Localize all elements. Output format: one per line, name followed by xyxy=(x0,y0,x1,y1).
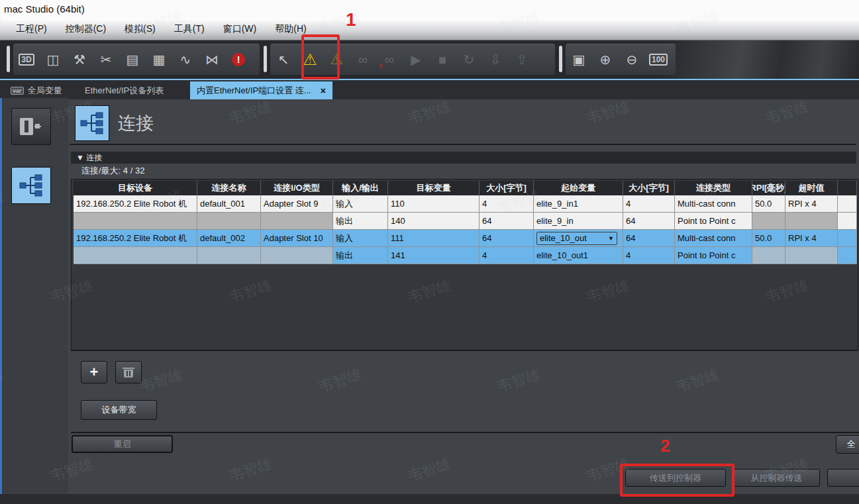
col-header-connection-name[interactable]: 连接名称 xyxy=(197,181,261,195)
table-cell[interactable]: default_001 xyxy=(197,195,261,213)
table-cell[interactable]: elite_10_out1 xyxy=(534,247,623,264)
table-cell[interactable] xyxy=(197,213,261,230)
col-header-rpi-ms[interactable]: RPI[毫秒] xyxy=(752,181,785,195)
table-cell[interactable]: 输出 xyxy=(333,213,388,230)
zoom-in-icon[interactable]: ⊕ xyxy=(592,48,619,71)
tab-global-variables[interactable]: var 全局变量 xyxy=(4,81,69,99)
table-cell[interactable]: 4 xyxy=(480,247,534,264)
table-cell[interactable]: elite_9_in xyxy=(534,213,623,230)
search-binoculars-icon[interactable]: ⋈ xyxy=(199,48,225,71)
table-cell[interactable]: 192.168.250.2 Elite Robot 机 xyxy=(74,195,197,213)
table-cell[interactable]: 64 xyxy=(480,213,534,230)
table-cell[interactable]: 输入 xyxy=(333,195,388,213)
table-cell[interactable]: RPI x 4 xyxy=(785,195,838,213)
col-header-input-output[interactable]: 输入/输出 xyxy=(333,181,388,195)
col-header-extra[interactable] xyxy=(838,181,857,195)
table-cell[interactable] xyxy=(785,213,838,230)
table-cell[interactable]: 4 xyxy=(623,195,675,213)
table-cell[interactable]: 64 xyxy=(623,213,675,230)
table-cell[interactable]: Multi-cast conn xyxy=(675,230,752,247)
build-hammer-icon[interactable]: ⚒ xyxy=(66,48,93,71)
table-cell[interactable] xyxy=(838,195,857,213)
table-cell[interactable] xyxy=(74,247,197,264)
fit-to-window-icon[interactable]: ▣ xyxy=(566,48,592,71)
table-cell[interactable] xyxy=(752,247,785,264)
table-cell[interactable]: Adapter Slot 10 xyxy=(261,230,333,247)
error-list-icon[interactable]: ! xyxy=(225,48,252,71)
connection-section-header[interactable]: ▼ 连接 xyxy=(71,152,856,164)
col-header-timeout[interactable]: 超时值 xyxy=(785,181,838,195)
table-monitor-icon[interactable]: ▦ xyxy=(146,48,172,71)
tab-close-icon[interactable]: × xyxy=(321,85,326,96)
pointer-tool-icon[interactable]: ↖ xyxy=(270,48,297,71)
add-connection-button[interactable]: + xyxy=(81,361,107,383)
menu-tools[interactable]: 工具(T) xyxy=(166,21,213,37)
table-cell[interactable] xyxy=(197,247,261,264)
table-cell[interactable] xyxy=(261,213,333,230)
table-cell[interactable]: default_002 xyxy=(197,230,261,247)
monitor-glasses-icon[interactable]: ∞ xyxy=(350,48,376,71)
window-layout-icon[interactable]: ◫ xyxy=(40,48,66,71)
watch-window-icon[interactable]: ▤ xyxy=(119,48,146,71)
table-cell[interactable]: 50.0 xyxy=(752,195,785,213)
table-cell[interactable]: 110 xyxy=(388,195,480,213)
sidebar-connection-button[interactable] xyxy=(11,167,51,204)
col-header-io-type[interactable]: 连接I/O类型 xyxy=(261,181,333,195)
table-cell[interactable]: 输入 xyxy=(333,230,388,247)
table-cell[interactable] xyxy=(74,213,197,230)
download-to-controller-icon[interactable]: ⇩ xyxy=(482,48,509,71)
table-cell[interactable]: 64 xyxy=(480,230,534,247)
stop-monitor-icon[interactable]: ∞✕ xyxy=(376,48,403,71)
delete-connection-button[interactable] xyxy=(115,361,142,383)
menu-window[interactable]: 窗口(W) xyxy=(215,21,265,37)
restart-button[interactable]: 重启 xyxy=(72,435,173,453)
run-mode-icon[interactable]: ▶ xyxy=(403,48,429,71)
sidebar-device-port-button[interactable] xyxy=(11,108,51,145)
table-cell[interactable]: Adapter Slot 9 xyxy=(261,195,333,213)
col-header-connection-type[interactable]: 连接类型 xyxy=(675,181,752,195)
table-cell[interactable] xyxy=(752,213,785,230)
tab-builtin-ethernet-ip-port-settings[interactable]: 内置EtherNet/IP端口设置 连... × xyxy=(190,81,332,99)
menu-project[interactable]: 工程(P) xyxy=(8,21,55,37)
zoom-out-icon[interactable]: ⊖ xyxy=(619,48,645,71)
pulse-monitor-icon[interactable]: ∿ xyxy=(172,48,199,71)
table-cell[interactable]: elite_9_in1 xyxy=(534,195,623,213)
table-cell[interactable] xyxy=(838,230,857,247)
menu-simulation[interactable]: 模拟(S) xyxy=(117,21,164,37)
table-cell[interactable]: Point to Point c xyxy=(675,213,752,230)
col-header-size-bytes-2[interactable]: 大小[字节] xyxy=(623,181,675,195)
table-cell[interactable]: 140 xyxy=(388,213,480,230)
3d-view-icon[interactable]: 3D xyxy=(13,48,40,71)
table-cell[interactable] xyxy=(785,247,838,264)
stop-mode-icon[interactable]: ■ xyxy=(429,48,456,71)
zoom-100-icon[interactable]: 100 xyxy=(645,48,672,71)
col-header-origin-variable[interactable]: 起始变量 xyxy=(534,181,623,195)
device-bandwidth-button[interactable]: 设备带宽 xyxy=(81,400,157,420)
table-cell[interactable]: 111 xyxy=(388,230,480,247)
table-cell[interactable]: 4 xyxy=(480,195,534,213)
all-button-partial[interactable]: 全 xyxy=(836,435,859,454)
table-cell[interactable]: RPI x 4 xyxy=(785,230,838,247)
table-cell[interactable] xyxy=(261,247,333,264)
table-cell[interactable]: 141 xyxy=(388,247,480,264)
table-cell[interactable]: Multi-cast conn xyxy=(675,195,752,213)
table-cell[interactable]: Point to Point c xyxy=(675,247,752,264)
upload-from-controller-icon[interactable]: ⇧ xyxy=(509,48,535,71)
clipped-button[interactable] xyxy=(827,469,859,487)
table-cell[interactable]: 192.168.250.2 Elite Robot 机 xyxy=(74,230,197,247)
table-cell[interactable]: 50.0 xyxy=(752,230,785,247)
col-header-target-variable[interactable]: 目标变量 xyxy=(388,181,480,195)
col-header-target-device[interactable]: 目标设备 xyxy=(74,181,197,195)
table-cell[interactable] xyxy=(838,213,857,230)
table-cell[interactable] xyxy=(838,247,857,264)
menu-controller[interactable]: 控制器(C) xyxy=(58,21,114,37)
table-cell[interactable]: 4 xyxy=(623,247,675,264)
origin-variable-dropdown[interactable]: elite_10_out ▼ xyxy=(536,232,617,245)
rebuild-scissors-icon[interactable]: ✂ xyxy=(93,48,119,71)
transfer-from-controller-button[interactable]: 从控制器传送 xyxy=(733,469,820,487)
table-cell[interactable]: 64 xyxy=(623,230,675,247)
tab-ethernet-ip-device-list[interactable]: EtherNet/IP设备列表 xyxy=(78,81,170,99)
synchronize-icon[interactable]: ↻ xyxy=(456,48,482,71)
col-header-size-bytes-1[interactable]: 大小[字节] xyxy=(480,181,534,195)
table-cell[interactable]: 输出 xyxy=(333,247,388,264)
